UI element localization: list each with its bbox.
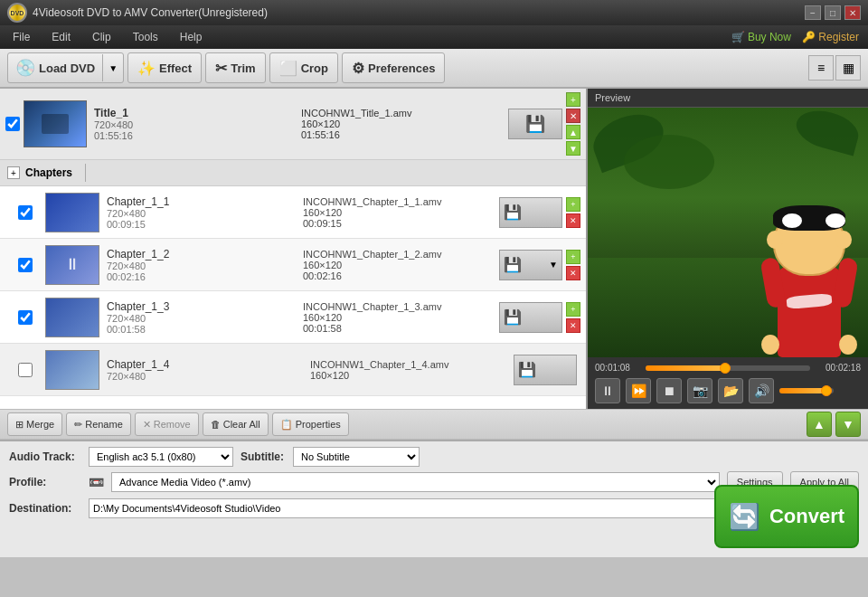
- title-output-res: 160×120: [301, 118, 508, 129]
- menu-edit[interactable]: Edit: [48, 29, 74, 45]
- preview-label: Preview: [588, 89, 868, 108]
- chapters-expand-button[interactable]: +: [7, 166, 20, 179]
- rename-button[interactable]: ✏ Rename: [66, 412, 131, 436]
- chapter-1-checkbox[interactable]: [18, 205, 33, 220]
- load-dvd-label: Load DVD: [39, 62, 95, 75]
- subtitle-select[interactable]: No Subtitle: [293, 447, 420, 467]
- remove-button[interactable]: ✕ Remove: [135, 412, 199, 436]
- merge-icon: ⊞: [15, 419, 24, 431]
- menu-tools[interactable]: Tools: [129, 29, 162, 45]
- title-row: Title_1 720×480 01:55:16 INCOHNW1_Title_…: [0, 89, 586, 160]
- app-title: 4Videosoft DVD to AMV Converter(Unregist…: [33, 6, 268, 19]
- chapter-2-expand-action[interactable]: +: [566, 250, 580, 264]
- destination-input[interactable]: [89, 498, 716, 518]
- chapter-4-res: 720×480: [107, 371, 310, 382]
- chapter-3-name: Chapter_1_3: [107, 300, 303, 313]
- chapter-1-thumbnail: [45, 193, 99, 232]
- convert-button[interactable]: 🔄 Convert: [714, 485, 859, 548]
- buy-now-link[interactable]: 🛒 Buy Now: [731, 31, 791, 43]
- load-dvd-dropdown-arrow[interactable]: ▼: [103, 60, 123, 77]
- chapter-2-format-button[interactable]: 💾 ▼: [499, 250, 562, 280]
- preferences-button[interactable]: ⚙ Preferences: [342, 52, 445, 83]
- chapter-3-dur: 00:01:58: [107, 324, 303, 335]
- maximize-button[interactable]: □: [825, 5, 841, 20]
- properties-icon: 📋: [280, 419, 293, 431]
- stop-button[interactable]: ⏹: [656, 378, 682, 403]
- title-checkbox[interactable]: [5, 117, 20, 131]
- title-output-info: INCOHNW1_Title_1.amv 160×120 01:55:16: [301, 108, 508, 140]
- chapter-row: Chapter_1_3 720×480 00:01:58 INCOHNW1_Ch…: [0, 291, 586, 344]
- clear-icon: 🗑: [211, 419, 221, 430]
- crop-button[interactable]: ⬜ Crop: [269, 52, 338, 83]
- chapter-3-checkbox[interactable]: [18, 310, 33, 325]
- toolbar: 💿 Load DVD ▼ ✨ Effect ✂ Trim ⬜ Crop ⚙ Pr…: [0, 49, 868, 89]
- progress-handle[interactable]: [720, 363, 731, 374]
- audio-track-select[interactable]: English ac3 5.1 (0x80): [89, 447, 233, 467]
- chapter-1-expand-action[interactable]: +: [566, 197, 580, 212]
- properties-button[interactable]: 📋 Properties: [272, 412, 349, 436]
- title-move-down-button[interactable]: ▼: [566, 141, 580, 156]
- step-forward-button[interactable]: ⏩: [626, 378, 651, 403]
- clear-all-button[interactable]: 🗑 Clear All: [203, 412, 269, 436]
- scissors-icon: ✂: [215, 60, 227, 77]
- chapter-4-thumbnail: [45, 350, 99, 390]
- grid-view-button[interactable]: ▦: [835, 55, 861, 81]
- title-duration: 01:55:16: [94, 130, 301, 141]
- floppy-icon-4: 💾: [518, 361, 536, 378]
- menu-help[interactable]: Help: [176, 29, 206, 45]
- chapter-3-expand-action[interactable]: +: [566, 302, 580, 317]
- chapters-label: Chapters: [25, 166, 72, 179]
- snapshot-button[interactable]: 📷: [687, 378, 712, 403]
- crop-icon: ⬜: [279, 60, 297, 77]
- title-move-up-button[interactable]: ▲: [566, 125, 580, 139]
- rename-icon: ✏: [74, 419, 82, 431]
- effect-button[interactable]: ✨ Effect: [127, 52, 202, 83]
- volume-handle[interactable]: [821, 385, 832, 396]
- convert-label: Convert: [769, 505, 844, 528]
- chapter-1-name: Chapter_1_1: [107, 195, 303, 208]
- chapter-3-format-button[interactable]: 💾: [499, 302, 562, 333]
- menu-file[interactable]: File: [9, 29, 33, 45]
- title-output-dur: 01:55:16: [301, 129, 508, 140]
- progress-fill: [646, 365, 723, 371]
- convert-icon: 🔄: [729, 502, 760, 532]
- chapter-1-remove-action[interactable]: ✕: [566, 213, 580, 228]
- move-up-button[interactable]: ▲: [807, 412, 832, 437]
- chapter-2-remove-action[interactable]: ✕: [566, 266, 580, 280]
- merge-button[interactable]: ⊞ Merge: [7, 412, 62, 436]
- close-button[interactable]: ✕: [844, 5, 861, 20]
- title-format-button[interactable]: 💾: [508, 109, 562, 139]
- title-output-name: INCOHNW1_Title_1.amv: [301, 108, 508, 118]
- pause-button[interactable]: ⏸: [595, 378, 620, 403]
- chapter-2-res: 720×480: [107, 261, 303, 271]
- preview-controls: 00:01:08 00:02:18 ⏸ ⏩ ⏹ 📷 📂 🔊: [588, 357, 868, 409]
- bottom-toolbar: ⊞ Merge ✏ Rename ✕ Remove 🗑 Clear All 📋 …: [0, 409, 868, 440]
- profile-format-icon: 📼: [89, 475, 104, 489]
- title-expand-button[interactable]: +: [566, 92, 580, 107]
- chapter-1-format-button[interactable]: 💾: [499, 197, 562, 228]
- title-thumbnail: [24, 100, 87, 147]
- chapter-3-remove-action[interactable]: ✕: [566, 318, 580, 333]
- trim-button[interactable]: ✂ Trim: [205, 52, 265, 83]
- chapter-4-format-button[interactable]: 💾: [514, 355, 577, 385]
- profile-select[interactable]: Advance Media Video (*.amv): [111, 472, 720, 492]
- load-dvd-button[interactable]: 💿 Load DVD ▼: [7, 52, 124, 83]
- progress-track[interactable]: [646, 365, 810, 371]
- minimize-button[interactable]: −: [805, 5, 821, 20]
- chapter-4-checkbox[interactable]: [18, 363, 33, 377]
- preview-panel: Preview: [588, 89, 868, 409]
- convert-section: 🔄 Convert: [714, 485, 859, 548]
- list-view-button[interactable]: ≡: [808, 55, 834, 81]
- menu-bar: File Edit Clip Tools Help 🛒 Buy Now 🔑 Re…: [0, 25, 868, 49]
- floppy-icon-3: 💾: [504, 308, 522, 326]
- volume-track[interactable]: [779, 388, 834, 393]
- floppy-icon: 💾: [504, 204, 522, 221]
- open-button[interactable]: 📂: [718, 378, 743, 403]
- register-link[interactable]: 🔑 Register: [802, 31, 859, 43]
- cart-icon: 🛒: [731, 31, 745, 43]
- title-remove-button[interactable]: ✕: [566, 109, 580, 123]
- move-down-button[interactable]: ▼: [835, 412, 861, 437]
- volume-icon-button[interactable]: 🔊: [749, 378, 774, 403]
- menu-clip[interactable]: Clip: [89, 29, 115, 45]
- chapter-2-checkbox[interactable]: [18, 258, 33, 272]
